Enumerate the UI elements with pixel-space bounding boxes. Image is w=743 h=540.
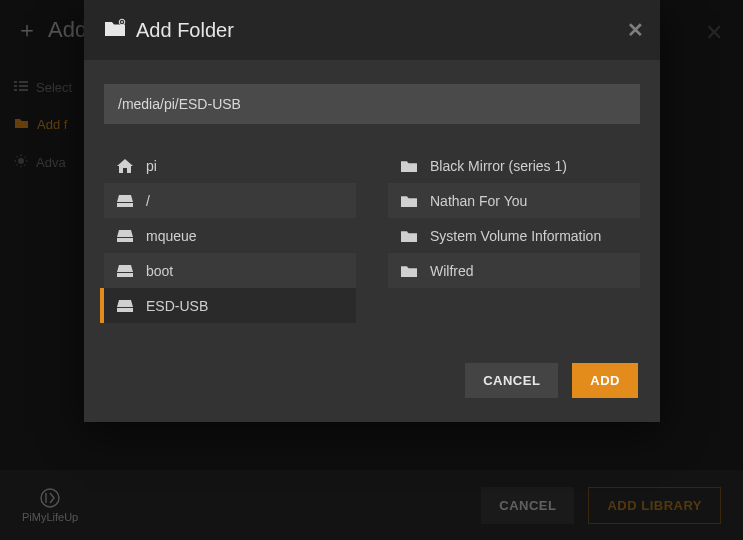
modal-actions: CANCEL ADD — [84, 333, 660, 422]
add-button[interactable]: ADD — [572, 363, 638, 398]
folder-compass-icon — [104, 18, 126, 43]
folder-item-label: Black Mirror (series 1) — [430, 158, 567, 174]
svg-point-9 — [121, 21, 123, 23]
folder-icon — [400, 159, 418, 172]
device-item-2[interactable]: mqueue — [104, 218, 356, 253]
folder-item-3[interactable]: Wilfred — [388, 253, 640, 288]
folder-item-1[interactable]: Nathan For You — [388, 183, 640, 218]
device-list: pi/mqueuebootESD-USB — [104, 148, 356, 323]
drive-icon — [116, 265, 134, 277]
device-item-label: pi — [146, 158, 157, 174]
device-item-1[interactable]: / — [104, 183, 356, 218]
folder-item-label: Wilfred — [430, 263, 474, 279]
folder-icon — [400, 229, 418, 242]
folder-item-0[interactable]: Black Mirror (series 1) — [388, 148, 640, 183]
modal-title: Add Folder — [136, 19, 234, 42]
svg-rect-10 — [117, 202, 133, 203]
drive-icon — [116, 195, 134, 207]
folder-item-label: System Volume Information — [430, 228, 601, 244]
modal-body: pi/mqueuebootESD-USB Black Mirror (serie… — [84, 60, 660, 333]
folder-columns: pi/mqueuebootESD-USB Black Mirror (serie… — [104, 148, 640, 323]
home-icon — [116, 159, 134, 173]
folder-icon — [400, 194, 418, 207]
device-item-3[interactable]: boot — [104, 253, 356, 288]
cancel-button[interactable]: CANCEL — [465, 363, 558, 398]
path-input[interactable] — [104, 84, 640, 124]
modal-header: Add Folder ✕ — [84, 0, 660, 60]
device-item-label: boot — [146, 263, 173, 279]
folder-item-2[interactable]: System Volume Information — [388, 218, 640, 253]
drive-icon — [116, 230, 134, 242]
svg-rect-11 — [117, 237, 133, 238]
folder-list: Black Mirror (series 1)Nathan For YouSys… — [388, 148, 640, 323]
device-item-0[interactable]: pi — [104, 148, 356, 183]
add-folder-modal: Add Folder ✕ pi/mqueuebootESD-USB Black … — [84, 0, 660, 422]
device-item-4[interactable]: ESD-USB — [104, 288, 356, 323]
folder-item-label: Nathan For You — [430, 193, 527, 209]
modal-close-icon[interactable]: ✕ — [627, 18, 644, 42]
svg-rect-12 — [117, 272, 133, 273]
folder-icon — [400, 264, 418, 277]
device-item-label: / — [146, 193, 150, 209]
device-item-label: mqueue — [146, 228, 197, 244]
device-item-label: ESD-USB — [146, 298, 208, 314]
drive-icon — [116, 300, 134, 312]
svg-rect-13 — [117, 307, 133, 308]
